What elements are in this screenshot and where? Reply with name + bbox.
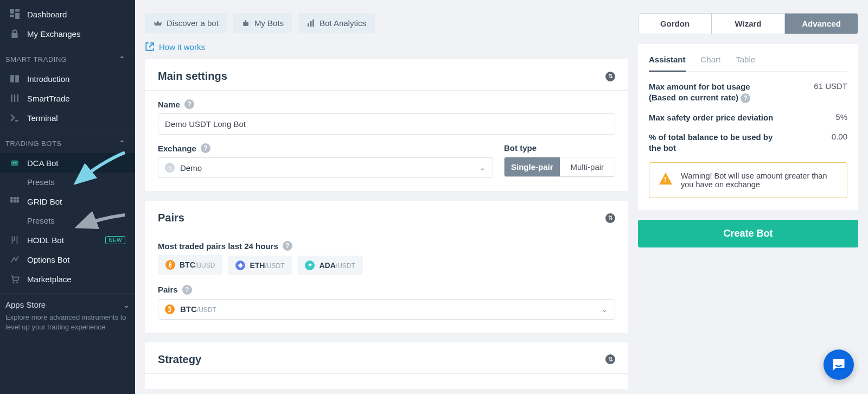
card-main-settings: Main settings ⇅ Name ? Exchange ? ◎	[145, 59, 628, 191]
card-title: Pairs	[158, 212, 184, 224]
pair-quote: USDT	[199, 306, 216, 314]
bot-type-single[interactable]: Single-pair	[505, 157, 560, 176]
help-icon[interactable]: ?	[201, 143, 210, 153]
sidebar-label: Presets	[27, 177, 55, 187]
stat-pct-balance: % of total balance to be used by the bot…	[649, 132, 847, 154]
crown-icon	[154, 19, 162, 28]
grid-icon	[10, 196, 20, 206]
svg-rect-7	[11, 94, 12, 102]
external-link-icon	[145, 42, 155, 52]
cart-icon	[10, 274, 20, 284]
subtab-chart[interactable]: Chart	[701, 53, 721, 71]
card-pairs: Pairs ⇅ Most traded pairs last 24 hours …	[145, 201, 628, 333]
svg-rect-23	[308, 23, 309, 27]
btc-icon: ₿	[165, 304, 175, 314]
sidebar-item-dca-presets[interactable]: Presets	[0, 173, 135, 192]
help-icon[interactable]: ?	[283, 241, 292, 251]
pair-quote: /USDT	[336, 262, 355, 270]
section-label: SMART TRADING	[5, 55, 67, 63]
svg-rect-2	[10, 15, 14, 17]
svg-rect-8	[14, 94, 15, 102]
pair-chip[interactable]: ◆ETH/USDT	[228, 256, 292, 275]
sidebar-label: Options Bot	[27, 255, 69, 264]
mode-segmented: Gordon Wizard Advanced	[638, 13, 858, 34]
help-icon[interactable]: ?	[741, 93, 750, 103]
svg-rect-15	[16, 197, 19, 200]
sidebar-item-dca-bot[interactable]: DCA Bot	[0, 153, 135, 173]
svg-rect-5	[10, 75, 14, 82]
sidebar-section-smart-trading[interactable]: SMART TRADING ⌃	[0, 48, 135, 69]
svg-rect-25	[312, 20, 314, 27]
sidebar-label: Terminal	[27, 113, 58, 123]
sidebar-item-my-exchanges[interactable]: My Exchanges	[0, 24, 135, 43]
exchange-value: Demo	[180, 163, 202, 173]
pairs-select[interactable]: ₿ BTC/USDT ⌄	[158, 299, 615, 320]
stat-deviation: Max safety order price deviation 5%	[649, 112, 847, 123]
exchange-select[interactable]: ◎ Demo ⌄	[158, 157, 493, 178]
bot-name-input[interactable]	[158, 113, 615, 135]
swap-icon[interactable]: ⇅	[605, 213, 615, 223]
how-it-works-link[interactable]: How it works	[145, 37, 628, 59]
bot-type-multi[interactable]: Multi-pair	[560, 157, 615, 176]
center-column: Discover a bot My Bots Bot Analytics How…	[145, 0, 628, 394]
apps-store-description: Explore more advanced instruments to lev…	[5, 313, 130, 332]
pair-base: ETH	[250, 261, 265, 270]
svg-rect-22	[245, 20, 246, 22]
svg-point-19	[12, 282, 14, 283]
new-badge: NEW	[105, 236, 125, 244]
svg-rect-13	[10, 197, 13, 200]
pair-quote: /USDT	[265, 262, 284, 270]
sidebar-label: SmartTrade	[27, 94, 70, 103]
sidebar-item-terminal[interactable]: Terminal	[0, 108, 135, 128]
mode-gordon[interactable]: Gordon	[639, 14, 712, 34]
sidebar-item-hodl-bot[interactable]: HODL Bot NEW	[0, 230, 135, 250]
sidebar-item-grid-bot[interactable]: GRID Bot	[0, 192, 135, 211]
svg-rect-0	[10, 9, 14, 14]
section-label: TRADING BOTS	[5, 139, 62, 148]
dashboard-icon	[10, 9, 20, 19]
card-title: Strategy	[158, 353, 201, 366]
terminal-icon	[10, 113, 20, 123]
subtab-table[interactable]: Table	[736, 53, 755, 71]
sidebar-item-smarttrade[interactable]: SmartTrade	[0, 88, 135, 108]
sidebar-section-trading-bots[interactable]: TRADING BOTS ⌃	[0, 132, 135, 153]
chevron-up-icon: ⌃	[119, 139, 126, 148]
pairs-label: Pairs	[158, 285, 178, 294]
svg-point-20	[16, 282, 18, 283]
analytics-icon	[307, 19, 315, 28]
stat-value: 61 USDT	[814, 81, 847, 91]
pair-chip[interactable]: ₿BTC/BUSD	[158, 255, 222, 275]
mode-wizard[interactable]: Wizard	[712, 14, 785, 34]
assistant-panel: Assistant Chart Table Max amount for bot…	[638, 44, 858, 210]
stat-label: Max safety order price deviation	[649, 112, 773, 123]
stat-label: Max amount for bot usage (Based on curre…	[649, 82, 750, 102]
mode-advanced[interactable]: Advanced	[785, 14, 858, 34]
tab-bot-analytics[interactable]: Bot Analytics	[298, 13, 375, 33]
pair-base: ADA	[319, 261, 335, 270]
sidebar-item-options-bot[interactable]: Options Bot	[0, 250, 135, 269]
subtab-assistant[interactable]: Assistant	[649, 53, 686, 72]
bottype-label: Bot type	[504, 143, 537, 152]
chat-widget-button[interactable]	[824, 349, 854, 380]
tab-my-bots[interactable]: My Bots	[233, 13, 292, 33]
tab-discover-bot[interactable]: Discover a bot	[145, 13, 227, 33]
sidebar-item-introduction[interactable]: Introduction	[0, 69, 135, 88]
swap-icon[interactable]: ⇅	[605, 354, 615, 364]
pair-chip[interactable]: ✦ADA/USDT	[297, 256, 362, 275]
swap-icon[interactable]: ⇅	[605, 72, 615, 81]
sidebar-section-apps-store[interactable]: Apps Store ⌄ Explore more advanced instr…	[0, 293, 135, 338]
lock-icon	[10, 29, 20, 39]
link-label: How it works	[159, 42, 205, 52]
svg-rect-1	[15, 9, 20, 12]
svg-rect-16	[10, 200, 13, 203]
chevron-up-icon: ⌃	[119, 55, 126, 63]
create-bot-button[interactable]: Create Bot	[638, 220, 858, 247]
sidebar-item-marketplace[interactable]: Marketplace	[0, 269, 135, 289]
sidebar-item-dashboard[interactable]: Dashboard	[0, 4, 135, 24]
help-icon[interactable]: ?	[184, 99, 194, 109]
help-icon[interactable]: ?	[182, 285, 192, 295]
pair-base: BTC	[180, 260, 195, 269]
sidebar-item-grid-presets[interactable]: Presets	[0, 211, 135, 230]
stat-max-amount: Max amount for bot usage (Based on curre…	[649, 81, 847, 104]
svg-point-12	[15, 162, 17, 164]
